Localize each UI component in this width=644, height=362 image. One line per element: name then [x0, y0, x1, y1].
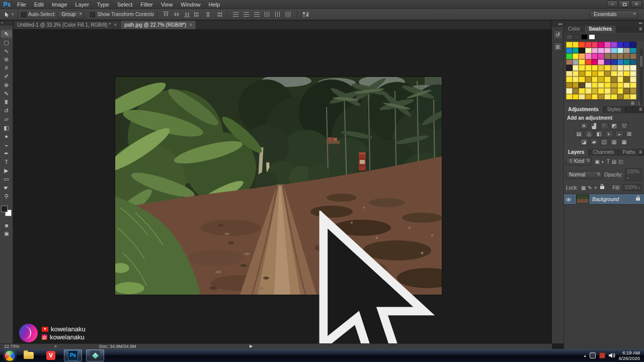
dodge-tool[interactable]: ◒ [1, 141, 13, 149]
swatch[interactable] [623, 82, 630, 88]
swatch[interactable] [604, 59, 611, 65]
distribute-horizontal-centers-icon[interactable] [274, 11, 282, 18]
swatch[interactable] [566, 94, 573, 100]
document-image[interactable] [115, 77, 442, 295]
menu-item[interactable]: Select [113, 0, 137, 9]
marquee-tool[interactable]: ▢ [1, 38, 13, 47]
swatch[interactable] [630, 42, 636, 48]
swatch[interactable] [592, 71, 598, 77]
zoom-tool[interactable]: ⚲ [1, 192, 13, 201]
swatch[interactable] [623, 94, 630, 100]
swatch[interactable] [604, 53, 611, 59]
swatch[interactable] [573, 42, 579, 48]
layer-filter-icon[interactable]: ▤ [612, 159, 616, 164]
swatch[interactable] [585, 42, 592, 48]
swatch[interactable] [579, 59, 585, 65]
swatch[interactable] [579, 71, 585, 77]
menu-item[interactable]: Edit [30, 0, 48, 9]
tab-adjustments[interactable]: Adjustments [564, 106, 603, 113]
adjustment-icon[interactable]: ◜ [600, 122, 608, 129]
swatch[interactable] [598, 76, 604, 82]
distribute-top-edges-icon[interactable] [232, 11, 239, 18]
history-panel-icon[interactable]: ↺ [553, 30, 562, 39]
swatch[interactable] [573, 82, 579, 88]
lock-all-icon[interactable] [600, 186, 604, 189]
swatch[interactable] [592, 82, 598, 88]
status-flyout-arrow[interactable]: ▶ [250, 344, 253, 349]
menu-item[interactable]: View [157, 0, 177, 9]
swatch[interactable] [566, 82, 573, 88]
brush-tool[interactable]: ✎ [1, 89, 13, 98]
swatch[interactable] [592, 94, 598, 100]
swatch[interactable] [604, 76, 611, 82]
layer-row-background[interactable]: Background [564, 194, 644, 205]
adjustment-icon[interactable]: ▽ [620, 122, 628, 129]
swatch[interactable] [630, 53, 636, 59]
blend-mode-dropdown[interactable]: Normal [566, 171, 602, 179]
swatch[interactable] [623, 59, 630, 65]
swatch[interactable] [623, 71, 630, 77]
menu-item[interactable]: Layer [71, 0, 93, 9]
adjustment-icon[interactable]: ▤ [575, 130, 583, 137]
visibility-eye-icon[interactable] [564, 195, 573, 204]
panel-menu-icon[interactable]: ≣ [638, 107, 642, 112]
menu-item[interactable]: Filter [136, 0, 156, 9]
adjustment-icon[interactable]: ▥ [610, 138, 618, 145]
swatch[interactable] [630, 82, 636, 88]
tab-color[interactable]: Color [564, 26, 585, 33]
tray-tablet-icon[interactable] [590, 352, 596, 358]
swatch[interactable] [589, 34, 595, 40]
swatch[interactable] [585, 59, 592, 65]
swatch[interactable] [566, 48, 573, 54]
start-button[interactable] [4, 350, 16, 361]
toolbox-collapse-chevron[interactable]: » [0, 21, 13, 26]
opacity-value[interactable]: 100% [625, 168, 642, 181]
swatch[interactable] [623, 65, 630, 71]
menu-item[interactable]: Window [177, 0, 204, 9]
adjustment-icon[interactable]: ◒ [615, 130, 623, 137]
swatch[interactable] [573, 94, 579, 100]
move-tool[interactable]: ⇖ [1, 30, 13, 38]
new-swatch-icon[interactable]: ⊞ [631, 100, 635, 106]
swatch[interactable] [617, 42, 624, 48]
layer-filter-icon[interactable]: ◐ [602, 159, 605, 164]
spot-healing-tool[interactable]: ⊕ [1, 81, 13, 89]
swatch[interactable] [598, 65, 604, 71]
close-button[interactable]: × [631, 1, 642, 8]
eraser-tool[interactable]: ▱ [1, 115, 13, 124]
swatch[interactable] [566, 88, 573, 94]
lock-option-icon[interactable]: ✎ [588, 185, 592, 191]
swatch[interactable] [566, 65, 573, 71]
swatch[interactable] [592, 42, 598, 48]
swatch[interactable] [611, 65, 617, 71]
swatch[interactable] [611, 48, 617, 54]
collapse-panels-chevron[interactable]: ▸▸ [564, 21, 644, 26]
swatch[interactable] [581, 34, 588, 40]
swatch[interactable] [592, 59, 598, 65]
swatch[interactable] [579, 94, 585, 100]
tab-untitled-1[interactable]: Untitled-1 @ 33.3% (Color Fill 1, RGB/8)… [14, 21, 121, 29]
swatch[interactable] [579, 53, 585, 59]
tab-channels[interactable]: Channels [589, 149, 618, 156]
swatch[interactable] [617, 76, 624, 82]
swatch[interactable] [623, 53, 630, 59]
quick-selection-tool[interactable]: ⊛ [1, 55, 13, 64]
swatch[interactable] [585, 88, 592, 94]
menu-item[interactable]: File [13, 0, 30, 9]
share-icon[interactable]: ↗ [53, 344, 57, 349]
adjustment-icon[interactable]: ◫ [600, 138, 608, 145]
rectangle-tool[interactable]: ▭ [1, 175, 13, 184]
clone-stamp-tool[interactable]: ♜ [1, 98, 13, 107]
swatch[interactable] [579, 42, 585, 48]
swatch[interactable] [573, 48, 579, 54]
show-transform-checkbox[interactable] [90, 12, 95, 17]
swatch[interactable] [579, 82, 585, 88]
swatch[interactable] [579, 65, 585, 71]
distribute-bottom-edges-icon[interactable] [253, 11, 261, 18]
align-horizontal-centers-icon[interactable] [204, 11, 212, 18]
swatch[interactable] [566, 42, 573, 48]
swatch[interactable] [617, 71, 624, 77]
swatch[interactable] [630, 65, 636, 71]
swatches-scrollbar[interactable] [639, 49, 643, 105]
adjustment-icon[interactable]: ◪ [580, 138, 588, 145]
